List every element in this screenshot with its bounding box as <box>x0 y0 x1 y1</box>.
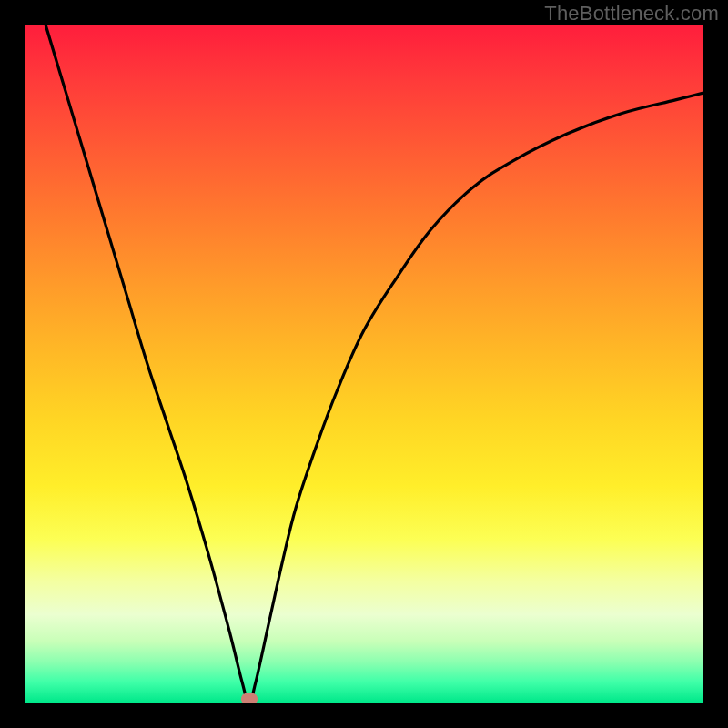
plot-area <box>25 25 703 703</box>
curve-line <box>46 25 703 703</box>
bottleneck-curve <box>25 25 703 703</box>
optimal-point-marker <box>241 693 258 703</box>
chart-frame: TheBottleneck.com <box>0 0 728 728</box>
watermark-text: TheBottleneck.com <box>544 2 719 25</box>
